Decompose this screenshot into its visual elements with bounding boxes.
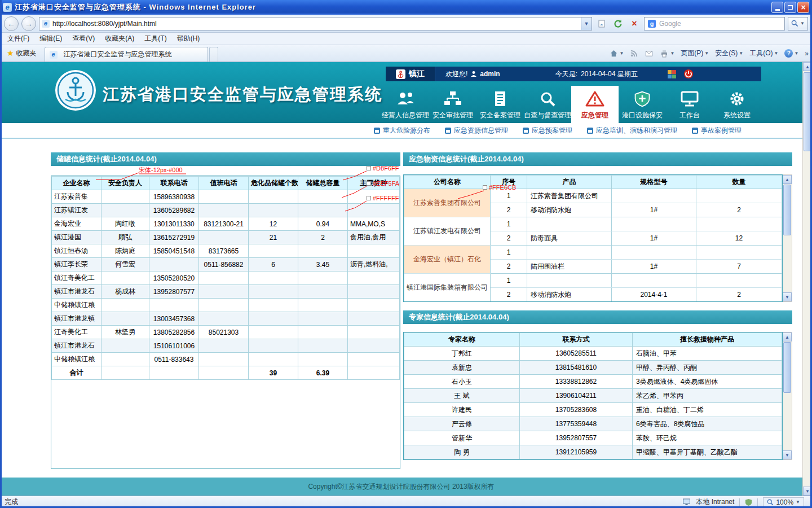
logout-icon[interactable] bbox=[683, 69, 694, 79]
nav-item-safety-approval[interactable]: 安全审批管理 bbox=[429, 86, 476, 123]
page-scrollbar[interactable]: ▲ ▼ bbox=[802, 62, 812, 496]
scroll-up-button[interactable]: ▲ bbox=[803, 62, 812, 71]
company-cell: 金海宏业（镇江）石化 bbox=[404, 246, 491, 274]
compatibility-view-button[interactable] bbox=[595, 17, 608, 30]
subnav-item[interactable]: 应急资源信息管理 bbox=[445, 126, 508, 135]
home-icon bbox=[610, 49, 618, 58]
tank-cell: 金海宏业 bbox=[52, 217, 102, 231]
zoom-control[interactable]: 100% ▼ bbox=[763, 497, 804, 507]
supplies-cell: 1 bbox=[491, 189, 527, 203]
nav-item-emergency[interactable]: 应急管理 bbox=[571, 86, 619, 123]
tank-cell bbox=[249, 285, 298, 299]
city-badge: 镇江 bbox=[386, 67, 435, 81]
nav-item-inspection[interactable]: 自查与督查管理 bbox=[524, 86, 571, 123]
search-button[interactable]: ▼ bbox=[788, 17, 808, 30]
help-icon: ? bbox=[784, 49, 793, 58]
maximize-button[interactable] bbox=[784, 2, 796, 13]
column-header: 企业名称 bbox=[52, 177, 102, 190]
read-mail-button[interactable] bbox=[645, 49, 654, 58]
nav-item-workbench[interactable]: 工作台 bbox=[666, 86, 713, 123]
company-cell: 镇江港国际集装箱有限公司 bbox=[404, 274, 491, 302]
nav-item-settings[interactable]: 系统设置 bbox=[713, 86, 761, 123]
address-dropdown[interactable]: ▼ bbox=[581, 17, 592, 30]
expert-cell: 石脑油、甲苯 bbox=[633, 347, 782, 361]
feed-button[interactable] bbox=[630, 49, 638, 58]
tank-cell: 83173665 bbox=[199, 244, 249, 258]
gear-icon bbox=[728, 89, 746, 108]
scroll-down-button[interactable]: ▼ bbox=[783, 450, 792, 459]
search-input[interactable]: g Google bbox=[644, 17, 785, 30]
nav-item-port-security[interactable]: 港口设施保安 bbox=[619, 86, 666, 123]
compatibility-view-icon bbox=[597, 19, 606, 28]
scroll-up-button[interactable]: ▲ bbox=[783, 332, 792, 341]
address-input[interactable]: e http://localhost:8080/yjpt/Main.html ▼ bbox=[39, 17, 592, 30]
back-button[interactable]: ← bbox=[4, 16, 19, 31]
minimize-button[interactable] bbox=[771, 2, 783, 13]
menu-item[interactable]: 编辑(E) bbox=[34, 33, 67, 45]
supplies-cell bbox=[527, 274, 612, 288]
subnav-item[interactable]: 应急培训、演练和演习管理 bbox=[587, 126, 677, 135]
menu-item[interactable]: 收藏夹(A) bbox=[100, 33, 139, 45]
home-button[interactable]: ▼ bbox=[610, 49, 624, 58]
overflow-chevron-icon[interactable]: » bbox=[805, 50, 809, 58]
scroll-down-button[interactable]: ▼ bbox=[803, 487, 812, 496]
tank-cell bbox=[199, 312, 249, 326]
menu-item[interactable]: 帮助(H) bbox=[172, 33, 205, 45]
tank-cell bbox=[102, 353, 149, 366]
scroll-thumb[interactable] bbox=[783, 342, 791, 393]
menu-item[interactable]: 文件(F) bbox=[2, 33, 34, 45]
minimize-icon bbox=[775, 9, 780, 11]
refresh-button[interactable] bbox=[611, 17, 625, 30]
tank-cell: 江苏镇江发 bbox=[52, 204, 102, 217]
tank-cell bbox=[298, 204, 348, 217]
address-url: http://localhost:8080/yjpt/Main.html bbox=[52, 20, 157, 28]
scroll-down-button[interactable]: ▼ bbox=[783, 292, 792, 301]
experts-scrollbar[interactable]: ▲ ▼ bbox=[783, 332, 792, 460]
stop-button[interactable]: × bbox=[628, 17, 641, 30]
expert-cell: 许建民 bbox=[404, 403, 520, 417]
new-tab-stub[interactable] bbox=[209, 47, 218, 62]
scroll-up-button[interactable]: ▲ bbox=[783, 175, 792, 184]
column-header: 擅长救援物种产品 bbox=[633, 333, 782, 347]
forward-button[interactable]: → bbox=[21, 16, 36, 31]
tank-cell bbox=[249, 204, 298, 217]
help-button[interactable]: ? ▼ bbox=[784, 49, 798, 58]
tank-cell bbox=[249, 339, 298, 353]
expert-cell: 13605285511 bbox=[520, 347, 633, 361]
username: admin bbox=[480, 70, 500, 78]
table-row: 王 斌 13906104211 苯乙烯、甲苯丙 bbox=[404, 389, 782, 403]
supplies-scrollbar[interactable]: ▲ ▼ bbox=[783, 174, 792, 302]
expert-cell: 重油、白糖油、丁二烯 bbox=[633, 403, 782, 417]
tank-cell: MMA,MO,S bbox=[348, 217, 400, 231]
feed-icon bbox=[630, 49, 638, 58]
browser-tab[interactable]: e 江苏省港口安全监管与应急管理系统 bbox=[45, 47, 208, 62]
tank-table: 企业名称 安全负责人 联系电话 值班电话 危化品储罐个数 储罐总容量 主要货种 bbox=[51, 176, 400, 469]
favorites-button[interactable]: ★ 收藏夹 bbox=[2, 46, 41, 60]
tank-cell: 顾弘 bbox=[102, 231, 149, 244]
theme-icon[interactable] bbox=[667, 69, 677, 79]
subnav-item[interactable]: 应急预案管理 bbox=[523, 126, 572, 135]
tools-menu-button[interactable]: 工具(O) ▼ bbox=[749, 49, 778, 58]
nav-item-operators[interactable]: 经营人信息管理 bbox=[382, 86, 429, 123]
favorites-star-icon: ★ bbox=[7, 49, 14, 57]
tank-cell: 林坚勇 bbox=[102, 326, 149, 339]
scroll-thumb[interactable] bbox=[804, 72, 811, 151]
close-button[interactable]: × bbox=[797, 2, 809, 13]
divider bbox=[757, 498, 758, 506]
supplies-cell: 1 bbox=[491, 246, 527, 260]
menu-item[interactable]: 查看(V) bbox=[67, 33, 100, 45]
print-button[interactable]: ▼ bbox=[660, 49, 674, 58]
menu-item[interactable]: 工具(T) bbox=[139, 33, 171, 45]
tank-cell bbox=[149, 299, 199, 312]
scroll-thumb[interactable] bbox=[783, 185, 791, 235]
nav-item-safety-filing[interactable]: 安全备案管理 bbox=[476, 86, 524, 123]
subnav-item[interactable]: 事故案例管理 bbox=[692, 126, 742, 135]
tank-cell bbox=[348, 285, 400, 299]
page-menu-button[interactable]: 页面(P) ▼ bbox=[681, 49, 709, 58]
table-row: 江苏索普集团有限公司 1 江苏索普集团有限公司 bbox=[404, 189, 782, 203]
table-row: 金海宏业 陶红暾 13013011330 83121300-21 12 0.94… bbox=[52, 217, 400, 231]
subnav-item[interactable]: 重大危险源分布 bbox=[374, 126, 430, 135]
expert-cell: 严云修 bbox=[404, 417, 520, 431]
safety-menu-button[interactable]: 安全(S) ▼ bbox=[715, 49, 743, 58]
tank-cell: 0511-856882 bbox=[199, 258, 249, 271]
